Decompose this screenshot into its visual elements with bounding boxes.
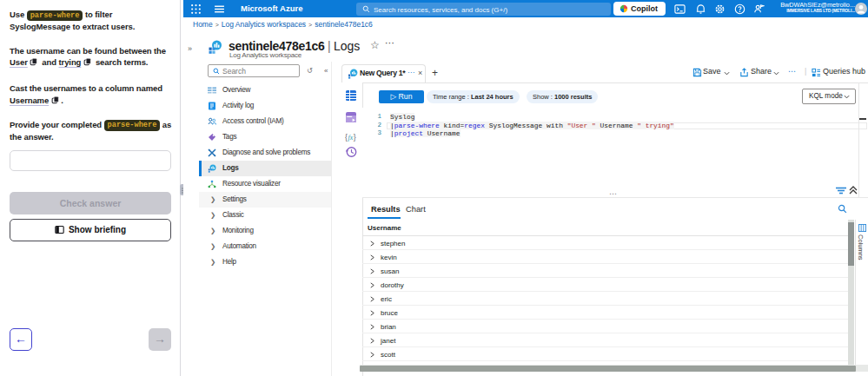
svg-text:fx: fx [348,134,354,142]
svg-text:}: } [354,133,356,142]
svg-text:{: { [345,133,348,142]
